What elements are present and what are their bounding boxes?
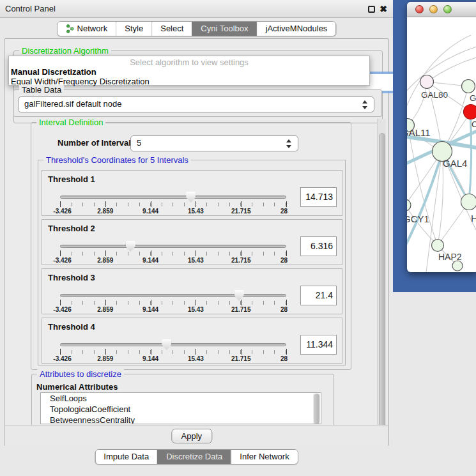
scrollbar-thumb[interactable]	[379, 133, 385, 433]
number-of-intervals-label: Number of Intervals	[58, 138, 135, 148]
node-label-partial-h: H	[471, 213, 476, 224]
node-red-selected	[464, 105, 476, 119]
node-label-hap2: HAP2	[438, 252, 462, 262]
slider-ticks	[60, 252, 286, 256]
node-label-gal11: GAL11	[407, 127, 431, 138]
slider-thumb[interactable]	[126, 241, 135, 252]
node-label-partial-c: C	[472, 119, 476, 129]
slider-ticks	[60, 301, 286, 305]
table-data-combobox[interactable]: galFiltered.sif default node	[18, 96, 374, 112]
threshold-3-slider[interactable]: -3.426 2.859 9.144 15.43 21.715 28	[60, 292, 286, 314]
minimize-traffic-icon[interactable]	[429, 5, 438, 13]
threshold-3-box: Threshold 3 -3.426 2.859 9.144 15.43 21.…	[42, 268, 342, 314]
list-item[interactable]: BetweennessCentrality	[41, 415, 321, 424]
chevron-updown-icon	[362, 100, 368, 109]
right-region: GAL80 GA C GAL11 GAL4 GCY1 H HAP2 Table …	[393, 0, 476, 476]
tab-network-label: Network	[77, 22, 108, 36]
numerical-attributes-label: Numerical Attributes	[36, 382, 118, 392]
slider-track[interactable]	[60, 196, 286, 199]
threshold-4-value[interactable]: 11.344	[300, 335, 337, 355]
threshold-4-box: Threshold 4 -3.426 2.859 9.144 15.43 21.…	[42, 318, 342, 364]
node-label-gcy1: GCY1	[407, 213, 429, 224]
list-item[interactable]: TopologicalCoefficient	[41, 404, 321, 415]
threshold-1-box: Threshold 1 -3.426 2.859 9.144 15.43 21.…	[42, 170, 342, 216]
threshold-2-label: Threshold 2	[48, 224, 95, 233]
threshold-2-slider[interactable]: -3.426 2.859 9.144 15.43 21.715 28	[60, 243, 286, 265]
node-hap2	[432, 240, 444, 252]
threshold-1-label: Threshold 1	[48, 174, 95, 184]
screen: Control Panel ✖ Network Style Select Cyn…	[0, 0, 476, 476]
node-h-partial	[461, 194, 476, 210]
dropdown-option-manual[interactable]: Manual Discretization	[9, 67, 369, 77]
desktop-background: GAL80 GA C GAL11 GAL4 GCY1 H HAP2	[393, 0, 476, 292]
tab-jactivemnodules[interactable]: jActiveMNodules	[257, 22, 336, 36]
slider-ticks	[60, 203, 286, 206]
node-gcy1	[407, 199, 411, 211]
zoom-traffic-icon[interactable]	[443, 5, 452, 13]
node-label-gal80: GAL80	[421, 90, 448, 100]
slider-thumb[interactable]	[234, 290, 244, 301]
tab-select[interactable]: Select	[151, 22, 192, 36]
close-traffic-icon[interactable]	[415, 5, 424, 13]
tab-network[interactable]: Network	[58, 22, 116, 36]
slider-track[interactable]	[60, 245, 286, 248]
network-canvas[interactable]: GAL80 GA C GAL11 GAL4 GCY1 H HAP2	[407, 17, 476, 272]
algorithm-hint: Select algorithm to view settings	[9, 56, 369, 67]
node-label-partial-ga: GA	[470, 93, 476, 103]
settings-vertical-scrollbar[interactable]	[377, 119, 386, 445]
node-label-gal4: GAL4	[443, 158, 467, 169]
number-of-intervals-value: 5	[131, 136, 298, 150]
slider-thumb[interactable]	[162, 339, 171, 350]
list-item[interactable]: SelfLoops	[41, 393, 321, 404]
slider-ticks	[60, 350, 286, 354]
threshold-2-value[interactable]: 6.316	[300, 236, 337, 256]
slider-track[interactable]	[60, 294, 286, 297]
tab-cyni-toolbox[interactable]: Cyni Toolbox	[192, 22, 256, 36]
control-panel: Control Panel ✖ Network Style Select Cyn…	[0, 0, 393, 476]
numerical-attributes-list: SelfLoops TopologicalCoefficient Between…	[40, 392, 321, 424]
thresholds-group: Threshold's Coordinates for 5 Intervals …	[38, 160, 346, 365]
threshold-4-label: Threshold 4	[48, 322, 95, 332]
chevron-updown-icon	[286, 139, 292, 148]
threshold-4-slider[interactable]: -3.426 2.859 9.144 15.43 21.715 28	[60, 341, 286, 363]
algorithm-dropdown-popup: Select algorithm to view settings Manual…	[8, 56, 370, 86]
network-tab-icon	[66, 24, 74, 33]
tab-style[interactable]: Style	[116, 22, 151, 36]
threshold-1-slider[interactable]: -3.426 2.859 9.144 15.43 21.715 28	[60, 194, 286, 215]
threshold-3-value[interactable]: 21.4	[300, 286, 337, 305]
apply-button[interactable]: Apply	[171, 429, 212, 443]
float-window-icon[interactable]	[368, 6, 375, 13]
slider-track[interactable]	[60, 343, 286, 346]
threshold-3-label: Threshold 3	[48, 273, 95, 282]
slider-thumb[interactable]	[186, 192, 196, 203]
south-bar: Apply	[5, 425, 388, 446]
thresholds-group-title: Threshold's Coordinates for 5 Intervals	[43, 155, 191, 165]
threshold-1-value[interactable]: 14.713	[300, 187, 337, 207]
node-bottom-partial	[452, 261, 463, 271]
attributes-group-title: Attributes to discretize	[37, 369, 124, 379]
bottom-tab-bar: Impute Data Discretize Data Infer Networ…	[95, 449, 298, 464]
tab-discretize-data[interactable]: Discretize Data	[157, 450, 231, 464]
network-view-window[interactable]: GAL80 GA C GAL11 GAL4 GCY1 H HAP2	[407, 2, 476, 272]
control-panel-titlebar: Control Panel ✖	[0, 0, 393, 18]
top-tab-bar: Network Style Select Cyni Toolbox jActiv…	[57, 21, 337, 36]
table-data-title: Table Data	[19, 85, 64, 95]
panel-title: Control Panel	[5, 4, 56, 13]
attributes-scrollbar[interactable]	[313, 394, 320, 424]
tab-impute-data[interactable]: Impute Data	[95, 450, 157, 464]
node-partial-top	[462, 80, 475, 93]
network-window-titlebar[interactable]	[407, 2, 476, 17]
cyni-toolbox-pane: Discretization Algorithm Select algorith…	[4, 38, 389, 446]
close-icon[interactable]: ✖	[380, 6, 387, 13]
interval-definition-title: Interval Definition	[36, 118, 105, 127]
node-gal80	[420, 75, 434, 89]
algorithm-group-title: Discretization Algorithm	[19, 46, 111, 56]
number-of-intervals-combobox[interactable]: 5	[130, 135, 298, 151]
interval-definition-group: Interval Definition Number of Intervals …	[31, 122, 351, 370]
tab-infer-network[interactable]: Infer Network	[231, 450, 297, 464]
table-data-value: galFiltered.sif default node	[19, 97, 374, 111]
threshold-2-box: Threshold 2 -3.426 2.859 9.144 15.43 21.…	[42, 219, 342, 265]
